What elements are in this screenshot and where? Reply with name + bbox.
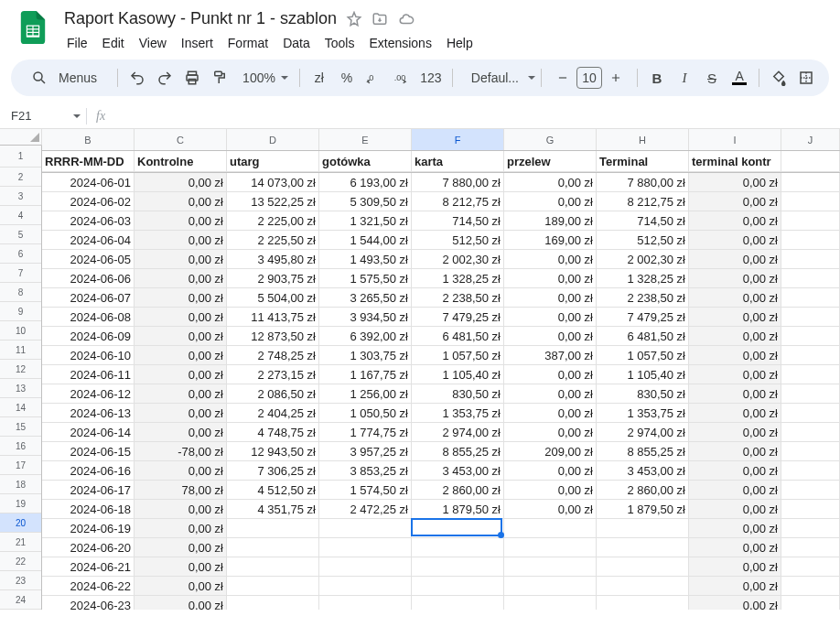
cell[interactable]: 2024-06-23 xyxy=(42,596,135,610)
cell[interactable]: 2024-06-06 xyxy=(42,269,135,288)
cell[interactable]: 2 860,00 zł xyxy=(412,481,504,500)
italic-button[interactable]: I xyxy=(673,64,696,92)
cell[interactable] xyxy=(504,538,597,557)
row-header[interactable]: 16 xyxy=(0,437,41,456)
row-header[interactable]: 8 xyxy=(0,283,41,302)
cell[interactable]: 0,00 zł xyxy=(689,173,781,192)
undo-button[interactable] xyxy=(125,64,149,92)
cell[interactable]: karta xyxy=(412,151,504,172)
cell[interactable]: 0,00 zł xyxy=(504,404,597,423)
cell[interactable]: 2024-06-13 xyxy=(42,404,135,423)
cell[interactable]: 0,00 zł xyxy=(135,596,227,610)
cell[interactable]: 4 351,75 zł xyxy=(227,500,319,519)
cell[interactable]: 12 943,50 zł xyxy=(227,442,319,461)
row-header[interactable]: 14 xyxy=(0,398,41,417)
cell[interactable]: 0,00 zł xyxy=(135,308,227,327)
menu-view[interactable]: View xyxy=(133,32,173,54)
name-box[interactable]: F21 xyxy=(7,109,81,123)
cell[interactable] xyxy=(597,519,689,538)
row-header[interactable]: 4 xyxy=(0,206,41,225)
cell[interactable] xyxy=(781,327,840,346)
cell[interactable]: 2024-06-08 xyxy=(42,308,135,327)
cell[interactable]: 2024-06-19 xyxy=(42,519,135,538)
cell[interactable]: 1 167,75 zł xyxy=(319,365,412,384)
cell[interactable]: gotówka xyxy=(319,151,412,172)
cell[interactable]: 0,00 zł xyxy=(135,211,227,231)
cell[interactable] xyxy=(781,346,840,365)
cell[interactable] xyxy=(319,557,412,577)
cell[interactable]: 0,00 zł xyxy=(135,404,227,423)
cell[interactable] xyxy=(412,596,504,610)
cell[interactable] xyxy=(781,151,840,172)
cell[interactable]: 2024-06-16 xyxy=(42,461,135,481)
cell[interactable] xyxy=(781,500,840,519)
cell[interactable]: 0,00 zł xyxy=(135,288,227,308)
cell[interactable] xyxy=(412,519,504,538)
menu-tools[interactable]: Tools xyxy=(318,32,361,54)
col-header-B[interactable]: B xyxy=(42,129,135,150)
cell[interactable] xyxy=(319,596,412,610)
cell[interactable] xyxy=(412,577,504,596)
cell[interactable] xyxy=(781,557,840,577)
cell[interactable] xyxy=(781,577,840,596)
cell[interactable]: 2 273,15 zł xyxy=(227,365,319,384)
text-color-button[interactable]: A xyxy=(727,64,751,92)
row-header[interactable]: 18 xyxy=(0,475,41,494)
cell[interactable]: 2024-06-03 xyxy=(42,211,135,231)
col-header-E[interactable]: E xyxy=(319,129,412,150)
cell[interactable]: 0,00 zł xyxy=(689,346,781,365)
cell[interactable]: 0,00 zł xyxy=(689,404,781,423)
cell[interactable]: 2 086,50 zł xyxy=(227,384,319,404)
cell[interactable]: 11 413,75 zł xyxy=(227,308,319,327)
cell[interactable] xyxy=(781,423,840,442)
cell[interactable]: 2 860,00 zł xyxy=(597,481,689,500)
row-header[interactable]: 17 xyxy=(0,456,41,475)
cell[interactable]: 1 879,50 zł xyxy=(597,500,689,519)
col-header-J[interactable]: J xyxy=(781,129,840,150)
cell[interactable]: 0,00 zł xyxy=(689,423,781,442)
cell[interactable]: 2 974,00 zł xyxy=(597,423,689,442)
cell[interactable]: 0,00 zł xyxy=(504,327,597,346)
increase-font-size-button[interactable] xyxy=(602,64,630,92)
cell[interactable]: 2 002,30 zł xyxy=(412,250,504,269)
cell[interactable]: 3 495,80 zł xyxy=(227,250,319,269)
row-header[interactable]: 22 xyxy=(0,552,41,571)
cell[interactable] xyxy=(319,519,412,538)
cell[interactable] xyxy=(781,442,840,461)
cell[interactable]: 2024-06-22 xyxy=(42,577,135,596)
cell[interactable]: przelew xyxy=(504,151,597,172)
cloud-status-icon[interactable] xyxy=(397,11,415,27)
more-formats-button[interactable]: 123 xyxy=(417,64,445,92)
cell[interactable]: 2 225,50 zł xyxy=(227,231,319,250)
cell[interactable]: 0,00 zł xyxy=(689,577,781,596)
cell[interactable]: 2024-06-17 xyxy=(42,481,135,500)
cell[interactable]: 3 453,00 zł xyxy=(412,461,504,481)
move-folder-icon[interactable] xyxy=(372,11,388,27)
cell[interactable]: 2 238,50 zł xyxy=(412,288,504,308)
increase-decimal-button[interactable]: .00 xyxy=(390,64,414,92)
cell[interactable]: 0,00 zł xyxy=(504,500,597,519)
cell[interactable]: 0,00 zł xyxy=(135,346,227,365)
percent-format-button[interactable]: % xyxy=(335,64,359,92)
cell[interactable]: 0,00 zł xyxy=(689,269,781,288)
cell[interactable] xyxy=(504,557,597,577)
cell[interactable]: 512,50 zł xyxy=(412,231,504,250)
row-header[interactable]: 10 xyxy=(0,321,41,341)
cell[interactable]: 0,00 zł xyxy=(689,327,781,346)
cell[interactable]: 2024-06-04 xyxy=(42,231,135,250)
cell[interactable]: 2 974,00 zł xyxy=(412,423,504,442)
col-header-F[interactable]: F xyxy=(412,129,504,150)
cell[interactable]: 1 328,25 zł xyxy=(412,269,504,288)
cell[interactable] xyxy=(781,288,840,308)
cell[interactable]: 1 493,50 zł xyxy=(319,250,412,269)
cell[interactable]: 0,00 zł xyxy=(504,365,597,384)
cell[interactable] xyxy=(319,577,412,596)
cell[interactable]: 1 575,50 zł xyxy=(319,269,412,288)
cell[interactable]: 13 522,25 zł xyxy=(227,192,319,211)
cell[interactable]: 2024-06-11 xyxy=(42,365,135,384)
cell[interactable]: 2024-06-20 xyxy=(42,538,135,557)
cell[interactable]: 6 193,00 zł xyxy=(319,173,412,192)
cell[interactable]: 7 479,25 zł xyxy=(412,308,504,327)
strikethrough-button[interactable]: S xyxy=(700,64,724,92)
cell[interactable] xyxy=(781,538,840,557)
